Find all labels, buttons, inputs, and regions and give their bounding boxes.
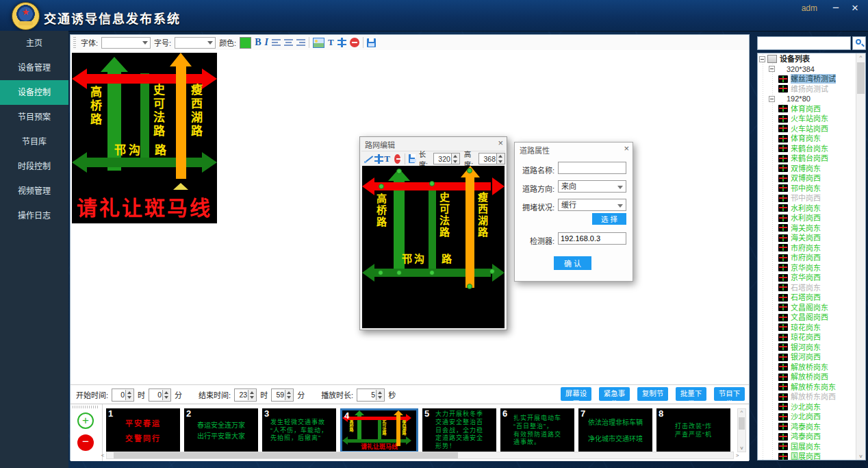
- collapse-icon[interactable]: [769, 96, 775, 102]
- collapse-icon[interactable]: [769, 66, 775, 72]
- sidebar-item[interactable]: 时段控制: [0, 154, 68, 179]
- sidebar-item[interactable]: 节目预案: [0, 105, 68, 130]
- save-icon[interactable]: [367, 38, 376, 47]
- stepper-arrows[interactable]: [376, 390, 384, 400]
- stepper-arrows[interactable]: [285, 390, 293, 400]
- length-stepper[interactable]: 320: [433, 153, 460, 164]
- stepper-arrows[interactable]: [496, 153, 505, 164]
- sidebar-item[interactable]: 视频管理: [0, 179, 68, 204]
- tree-node[interactable]: 国展岗西: [758, 452, 856, 460]
- road-name-input[interactable]: [558, 162, 626, 174]
- delete-icon[interactable]: [350, 38, 359, 47]
- scroll-right-arrow[interactable]: >: [734, 452, 741, 459]
- tree-node[interactable]: 鸿泰岗东: [758, 422, 856, 432]
- align-center-icon[interactable]: [284, 39, 293, 47]
- control-point[interactable]: [489, 269, 495, 274]
- stepper-arrows[interactable]: [162, 390, 170, 400]
- tree-node[interactable]: 邗中岗东: [758, 184, 856, 194]
- sidebar-item[interactable]: 设备管理: [0, 56, 68, 80]
- frame-thumbnail[interactable]: 1 平安春运 交警同行 高桥路 史可法路 瘦西湖路: [106, 408, 180, 453]
- control-point[interactable]: [429, 270, 435, 275]
- road-direction-select[interactable]: 来向: [558, 180, 626, 193]
- tree-node[interactable]: 水利岗西: [758, 213, 856, 223]
- tree-node[interactable]: 设备列表: [758, 54, 856, 64]
- control-point[interactable]: [396, 169, 402, 174]
- tree-node[interactable]: 国展岗东: [758, 442, 856, 452]
- tree-node[interactable]: 石塔岗东: [758, 283, 856, 293]
- scrollbar-thumb[interactable]: [739, 417, 745, 430]
- tree-node[interactable]: 鸿泰岗西: [758, 432, 856, 442]
- filmstrip-vertical-scrollbar[interactable]: ^ v: [737, 408, 746, 452]
- scroll-left-arrow[interactable]: <: [99, 452, 106, 459]
- scroll-down-arrow[interactable]: v: [856, 452, 865, 460]
- logged-in-user[interactable]: adm: [802, 3, 817, 13]
- detector-input[interactable]: [558, 232, 626, 245]
- minimize-button[interactable]: −: [828, 1, 843, 16]
- tree-node[interactable]: 市府岗西: [758, 253, 856, 263]
- dialog-close-icon[interactable]: ×: [624, 143, 629, 153]
- color-swatch[interactable]: [240, 37, 251, 49]
- insert-text-icon[interactable]: T: [328, 37, 334, 48]
- scroll-down-arrow[interactable]: v: [738, 445, 745, 452]
- insert-image-icon[interactable]: [313, 38, 324, 48]
- tree-node[interactable]: 银河岗西: [758, 352, 856, 362]
- tree-node[interactable]: 海关岗西: [758, 233, 856, 243]
- sidebar-item[interactable]: 主页: [0, 31, 68, 56]
- road-tool-icon[interactable]: [374, 154, 380, 164]
- scrollbar-thumb[interactable]: [114, 452, 458, 458]
- toolbar-grip[interactable]: [73, 37, 76, 48]
- tree-node[interactable]: 海关岗东: [758, 223, 856, 234]
- start-minute-stepper[interactable]: 0: [149, 389, 171, 402]
- search-button[interactable]: [852, 36, 866, 50]
- action-button[interactable]: 节目下发: [714, 387, 745, 401]
- filmstrip-horizontal-scrollbar[interactable]: < >: [106, 452, 734, 459]
- tree-node[interactable]: 320*384: [758, 64, 856, 75]
- tree-node[interactable]: 192*80: [758, 94, 856, 104]
- end-minute-stepper[interactable]: 59: [271, 389, 294, 402]
- road-network-icon[interactable]: [337, 38, 346, 47]
- collapse-icon[interactable]: [759, 56, 765, 62]
- tree-node[interactable]: 螺丝湾桥测试: [758, 74, 856, 84]
- italic-button[interactable]: I: [265, 37, 268, 48]
- tree-node[interactable]: 体育岗西: [758, 104, 856, 114]
- stepper-arrows[interactable]: [451, 153, 459, 164]
- end-hour-stepper[interactable]: 23: [234, 389, 257, 402]
- delete-icon[interactable]: [394, 154, 400, 164]
- tree-node[interactable]: 琼花岗西: [758, 332, 856, 343]
- action-button[interactable]: 批量下发: [676, 387, 706, 401]
- tree-node[interactable]: 琼花岗东: [758, 323, 856, 333]
- control-point[interactable]: [467, 168, 472, 173]
- bold-button[interactable]: B: [255, 37, 261, 48]
- font-select[interactable]: [101, 37, 151, 49]
- frame-thumbnail[interactable]: 4 高桥路 史可法路 瘦西湖路 请礼让斑马线: [340, 408, 418, 453]
- tree-node[interactable]: 双博岗西: [758, 173, 856, 184]
- tree-node[interactable]: 水利岗东: [758, 204, 856, 214]
- draw-line-icon[interactable]: [364, 154, 370, 164]
- sidebar-item[interactable]: 设备控制: [0, 80, 68, 105]
- action-button[interactable]: 复制节目: [637, 387, 668, 401]
- confirm-button[interactable]: 确 认: [554, 256, 591, 270]
- font-size-select[interactable]: [175, 37, 216, 49]
- tree-node[interactable]: 来鹤台岗西: [758, 153, 856, 164]
- tree-node[interactable]: 文昌阁岗西: [758, 312, 856, 323]
- sidebar-item[interactable]: 节目库: [0, 130, 68, 154]
- action-button[interactable]: 屏幕设置: [561, 387, 591, 401]
- control-point[interactable]: [379, 184, 384, 189]
- frame-thumbnail[interactable]: 7 依法治理非标车辆 净化城市交通环境 高桥路 史可法路 瘦西湖路: [578, 408, 652, 453]
- add-frame-button[interactable]: +: [77, 412, 94, 429]
- control-point[interactable]: [429, 181, 435, 186]
- tree-node[interactable]: 来鹤台岗东: [758, 144, 856, 154]
- filmstrip-grip[interactable]: [73, 406, 99, 408]
- tree-node[interactable]: 体育岗东: [758, 134, 856, 144]
- device-search-input[interactable]: [757, 36, 851, 50]
- tree-node[interactable]: 火车站岗东: [758, 114, 856, 124]
- action-button[interactable]: 紧急事件: [599, 387, 630, 401]
- dialog-close-icon[interactable]: ×: [498, 138, 503, 148]
- scroll-up-arrow[interactable]: ^: [856, 53, 865, 61]
- select-detector-button[interactable]: 选 择: [592, 213, 626, 225]
- remove-frame-button[interactable]: −: [77, 434, 94, 451]
- tree-node[interactable]: 双博岗东: [758, 164, 856, 174]
- tree-node[interactable]: 邗中岗西: [758, 193, 856, 204]
- tree-node[interactable]: 沙北岗西: [758, 412, 856, 422]
- align-right-icon[interactable]: [296, 39, 305, 47]
